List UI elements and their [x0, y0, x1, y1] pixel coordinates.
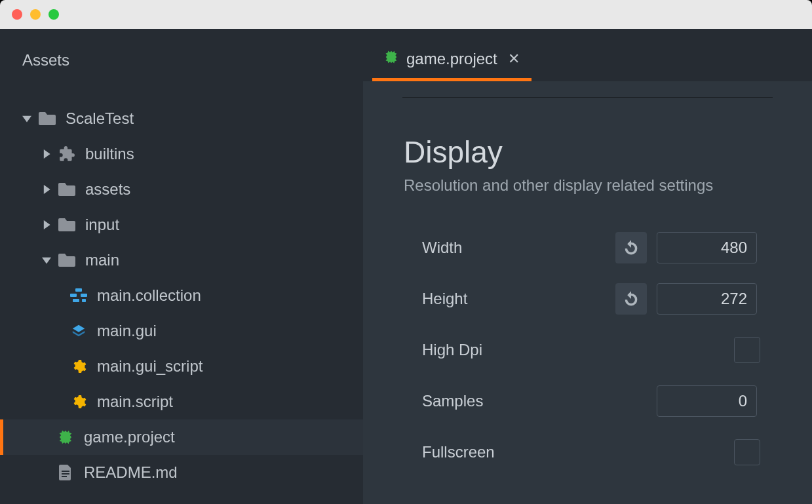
tree-item-readme[interactable]: README.md: [0, 455, 363, 490]
field-label: Fullscreen: [404, 443, 612, 461]
tree-item-label: main.gui: [97, 322, 157, 340]
svg-rect-7: [62, 476, 67, 477]
svg-rect-1: [70, 294, 77, 297]
svg-rect-4: [82, 299, 86, 302]
tree-item-main-gui[interactable]: main.gui: [0, 313, 363, 349]
highdpi-checkbox[interactable]: [734, 337, 760, 363]
field-label: High Dpi: [404, 341, 612, 359]
height-input[interactable]: [657, 283, 757, 315]
chevron-down-icon: [41, 256, 52, 265]
asset-tree: ScaleTest builtins asset: [0, 81, 363, 490]
svg-rect-6: [62, 473, 69, 475]
tree-item-label: game.project: [84, 428, 175, 446]
tree-item-label: README.md: [84, 463, 178, 482]
tree-item-label: assets: [85, 180, 130, 199]
tree-item-main-collection[interactable]: main.collection: [0, 278, 363, 313]
svg-rect-0: [75, 288, 82, 292]
tree-item-label: main.gui_script: [97, 357, 203, 376]
maximize-window-button[interactable]: [48, 9, 59, 20]
collection-icon: [69, 288, 88, 303]
document-icon: [56, 465, 75, 480]
tree-item-main[interactable]: main: [0, 242, 363, 278]
field-width: Width: [404, 222, 773, 273]
chevron-down-icon: [21, 114, 33, 123]
tab-bar: game.project ✕: [363, 29, 812, 81]
width-input[interactable]: [657, 232, 757, 263]
folder-icon: [58, 183, 76, 196]
field-highdpi: High Dpi: [404, 324, 773, 376]
field-height: Height: [404, 273, 773, 324]
settings-content: Display Resolution and other display rel…: [363, 98, 812, 478]
field-samples: Samples: [404, 376, 773, 427]
tree-item-label: main: [85, 251, 119, 269]
tree-item-game-project[interactable]: game.project: [0, 419, 363, 455]
tree-item-label: main.collection: [97, 286, 201, 305]
minimize-window-button[interactable]: [30, 9, 41, 20]
tree-item-main-script[interactable]: main.script: [0, 384, 363, 419]
folder-icon: [58, 218, 76, 231]
reset-button[interactable]: [615, 232, 647, 263]
tab-label: game.project: [406, 50, 497, 68]
project-icon: [384, 50, 398, 68]
puzzle-icon: [58, 145, 76, 163]
layers-icon: [69, 324, 88, 338]
editor-pane: game.project ✕ Display Resolution and ot…: [363, 29, 812, 504]
tree-item-label: input: [85, 216, 119, 234]
field-label: Width: [404, 239, 612, 257]
tree-item-builtins[interactable]: builtins: [0, 136, 363, 172]
tree-item-label: ScaleTest: [66, 109, 134, 128]
field-label: Samples: [404, 392, 612, 410]
chevron-right-icon: [41, 185, 52, 194]
folder-icon: [58, 254, 76, 267]
tree-item-label: builtins: [85, 145, 134, 163]
assets-panel-title: Assets: [0, 29, 363, 81]
tree-item-root[interactable]: ScaleTest: [0, 101, 363, 136]
close-icon[interactable]: ✕: [508, 50, 520, 68]
tree-item-input[interactable]: input: [0, 207, 363, 242]
project-icon: [56, 429, 75, 445]
svg-rect-2: [81, 294, 87, 297]
reset-button[interactable]: [615, 283, 647, 315]
close-window-button[interactable]: [12, 9, 22, 20]
svg-rect-3: [73, 299, 79, 302]
fullscreen-checkbox[interactable]: [734, 439, 760, 465]
chevron-right-icon: [41, 220, 52, 229]
gear-icon: [69, 359, 88, 374]
tree-item-label: main.script: [97, 393, 173, 411]
field-fullscreen: Fullscreen: [404, 427, 773, 478]
section-title: Display: [404, 134, 773, 170]
window-title-bar: [0, 0, 812, 29]
svg-rect-5: [62, 471, 69, 472]
folder-icon: [38, 112, 56, 125]
section-subtitle: Resolution and other display related set…: [404, 176, 773, 195]
samples-input[interactable]: [657, 385, 757, 417]
assets-panel: Assets ScaleTest builtins: [0, 29, 363, 504]
tab-game-project[interactable]: game.project ✕: [372, 39, 532, 81]
tree-item-assets[interactable]: assets: [0, 172, 363, 207]
gear-icon: [69, 394, 88, 410]
tree-item-main-gui-script[interactable]: main.gui_script: [0, 349, 363, 384]
chevron-right-icon: [41, 149, 52, 159]
field-label: Height: [404, 290, 612, 308]
